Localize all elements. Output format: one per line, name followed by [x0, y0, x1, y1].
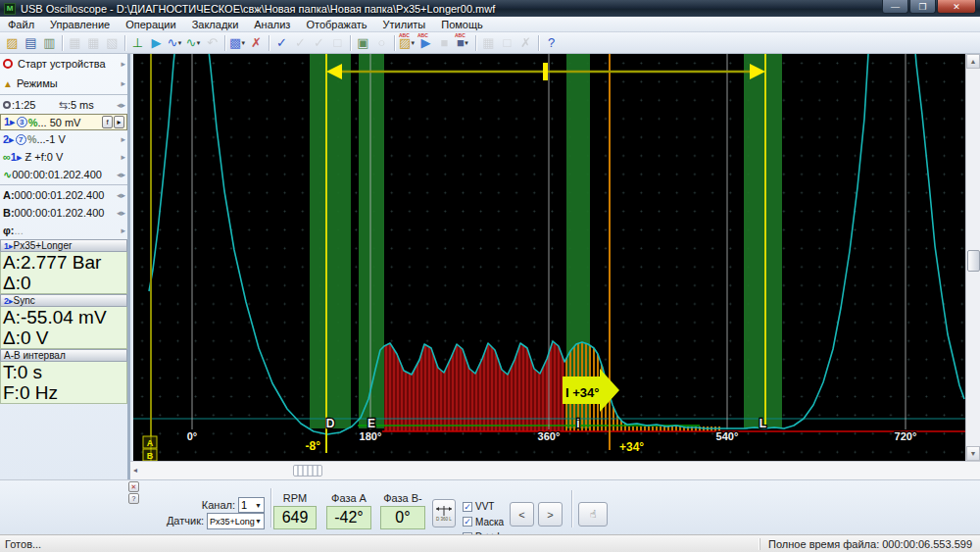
chevron-right-icon[interactable]: ▸: [121, 134, 125, 144]
cursor-mode-icon[interactable]: ▶: [147, 33, 166, 52]
menu-файл[interactable]: Файл: [0, 18, 42, 31]
print-icon[interactable]: ▥: [40, 33, 59, 52]
scrollbar-thumb[interactable]: [967, 250, 980, 272]
toolbar-separator: [224, 35, 225, 51]
toolbar-separator: [269, 35, 270, 51]
close-panel-button[interactable]: ✕: [128, 481, 139, 492]
start-device-row[interactable]: Старт устройства ▸: [0, 54, 127, 74]
menu-управление[interactable]: Управление: [42, 18, 118, 31]
menu-помощь[interactable]: Помощь: [433, 18, 491, 31]
save-file-icon[interactable]: ▤: [22, 33, 40, 52]
channel-2-row[interactable]: 2▸ 7 % ...-1 V ▸: [0, 130, 127, 148]
chevron-right-icon[interactable]: ▸: [121, 78, 125, 88]
sidebar: Старт устройства ▸ ▲ Режимы ▸ :1:25 ⇆ :5…: [0, 54, 130, 479]
app-icon: M: [4, 3, 16, 15]
menu-утилиты[interactable]: Утилиты: [375, 18, 434, 31]
measure-1-delta: Δ:0: [3, 273, 124, 293]
left-right-arrows-icon[interactable]: ◂▸: [117, 208, 125, 218]
help-icon[interactable]: ?: [542, 33, 561, 52]
run-script-icon[interactable]: ▶ABC: [416, 33, 435, 52]
cursor-b-row[interactable]: B: 000:00:01.202.400 ◂▸: [0, 204, 127, 222]
apply-check-icon[interactable]: ✓: [272, 33, 291, 52]
channel-2-input-icon: 7: [16, 134, 26, 145]
channel-2-number: 2▸: [3, 133, 15, 146]
toolbar-separator: [350, 35, 351, 51]
open-script-icon[interactable]: ▨ABC▼: [398, 33, 416, 52]
sync-icon: ∞: [3, 151, 11, 163]
menu-анализ[interactable]: Анализ: [246, 18, 298, 31]
toolbar-separator: [62, 35, 63, 51]
export-image-icon[interactable]: ▣: [354, 33, 372, 52]
signal-view-icon[interactable]: ∿▼: [184, 33, 203, 52]
channel-1-f-button[interactable]: f: [102, 116, 113, 128]
cursor-b-label: B:: [3, 207, 15, 219]
svg-text:i: i: [576, 417, 579, 430]
copy-data-icon: ▦: [84, 33, 103, 52]
status-text: Готов...: [0, 538, 760, 550]
panel-mode-icon[interactable]: ■ABC▼: [454, 33, 472, 52]
chevron-right-icon[interactable]: ▸: [121, 226, 125, 235]
checkbox-маска[interactable]: ✓Маска: [463, 517, 504, 527]
vertical-scrollbar[interactable]: ▲ ▼: [965, 54, 980, 461]
analysis-chart-icon[interactable]: ▩▼: [228, 33, 247, 52]
toolbar-separator: [538, 35, 539, 51]
cursor-a-row[interactable]: A: 000:00:01.202.400 ◂▸: [0, 186, 127, 204]
channel-1-input-icon: 3: [17, 117, 27, 127]
toolbar-separator: [475, 35, 476, 51]
phase-a-value: -42°: [326, 506, 371, 529]
scroll-up-icon[interactable]: ▲: [966, 54, 980, 69]
open-file-icon[interactable]: ▨: [3, 33, 22, 52]
sync-row[interactable]: ∞ 1▸ Ƶ +f:0 V ▸: [0, 148, 127, 166]
clear-signal-icon[interactable]: ✗: [247, 33, 266, 52]
prev-button[interactable]: <: [510, 502, 534, 527]
chevron-right-icon[interactable]: ▸: [121, 59, 125, 69]
svg-text:E: E: [368, 417, 375, 430]
timebase-icon: ⇆: [59, 99, 68, 112]
checkbox-vvt[interactable]: ✓VVT: [463, 501, 494, 512]
channel-1-row[interactable]: 1▸ 3 % ... 50 mV f ▸: [0, 114, 127, 130]
modes-icon: ▲: [3, 78, 13, 89]
maximize-button[interactable]: ❐: [909, 0, 936, 14]
phase-label: φ:: [3, 225, 15, 236]
sensor-select[interactable]: Px35+Long▼: [207, 513, 265, 529]
close-button[interactable]: ✕: [937, 0, 976, 14]
zoom-icon: [3, 101, 11, 109]
ground-icon[interactable]: ⊥: [128, 33, 147, 52]
scope-waveform: I +34°DEiL0°180°360°540°720°-8°+34°AB: [133, 54, 965, 461]
chevron-down-icon: ▼: [255, 502, 262, 509]
svg-text:A: A: [147, 438, 154, 448]
report-page-icon: □: [328, 33, 347, 52]
menu-закладки[interactable]: Закладки: [184, 18, 247, 31]
toolbar-separator: [394, 35, 395, 51]
left-right-arrows-icon[interactable]: ◂▸: [117, 190, 125, 200]
scroll-left-icon[interactable]: ◂: [133, 466, 137, 475]
chevron-right-icon[interactable]: ▸: [121, 152, 125, 162]
pan-hand-button[interactable]: ☝: [578, 502, 608, 527]
check-3-icon: ✓: [310, 33, 328, 52]
modes-row[interactable]: ▲ Режимы ▸: [0, 74, 127, 93]
svg-text:I +34°: I +34°: [565, 385, 599, 400]
channel-select[interactable]: 1▼: [238, 497, 265, 513]
menu-отображать[interactable]: Отображать: [298, 18, 374, 31]
left-right-arrows-icon[interactable]: ◂▸: [117, 100, 125, 110]
menu-операции[interactable]: Операции: [118, 18, 183, 31]
horizontal-scroll-strip: ◂: [130, 461, 980, 479]
cursor-a-time: 000:00:01.202.400: [15, 189, 105, 201]
splitter-grip[interactable]: [293, 465, 322, 477]
channel-setup-icon[interactable]: ∿▼: [166, 33, 184, 52]
channel-1-expand-button[interactable]: ▸: [114, 116, 124, 128]
help-panel-button[interactable]: ?: [128, 493, 139, 504]
cursor-time-row[interactable]: ∿ 000:00:01.202.400 ◂▸: [0, 166, 127, 183]
next-button[interactable]: >: [538, 502, 563, 527]
preview-icon: ○: [372, 33, 391, 52]
check-2-icon: ✓: [291, 33, 310, 52]
scope-plot[interactable]: I +34°DEiL0°180°360°540°720°-8°+34°AB: [133, 54, 965, 461]
scroll-down-icon[interactable]: ▼: [966, 446, 980, 461]
minimize-button[interactable]: —: [882, 0, 908, 14]
d360l-measure-button[interactable]: D 360 L: [432, 499, 456, 527]
left-right-arrows-icon[interactable]: ◂▸: [117, 170, 125, 179]
phase-row[interactable]: φ: ... ▸: [0, 222, 127, 239]
measure-panel-1: A:2.777 Bar Δ:0: [0, 252, 127, 294]
paste-icon: ▧: [103, 33, 122, 52]
zoom-timebase-row[interactable]: :1:25 ⇆ :5 ms ◂▸: [0, 96, 127, 114]
